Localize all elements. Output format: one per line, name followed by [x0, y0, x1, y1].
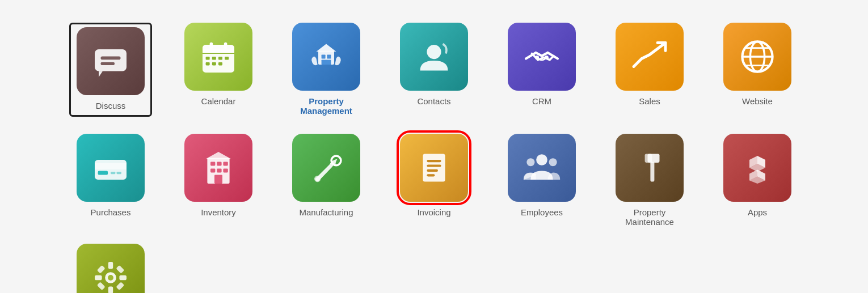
svg-rect-39 — [223, 162, 227, 166]
svg-rect-15 — [210, 43, 213, 49]
svg-rect-14 — [218, 62, 222, 66]
svg-marker-3 — [99, 71, 103, 78]
app-item-property-maintenance[interactable]: Property Maintenance — [613, 134, 686, 227]
manufacturing-icon — [292, 134, 360, 202]
svg-rect-49 — [427, 169, 438, 172]
app-item-discuss[interactable]: Discuss — [74, 23, 148, 117]
svg-point-52 — [526, 158, 534, 166]
svg-rect-67 — [95, 275, 102, 280]
contacts-label: Contacts — [417, 96, 450, 106]
discuss-label: Discuss — [96, 101, 126, 111]
discuss-icon — [77, 27, 145, 95]
property-management-icon — [292, 23, 360, 91]
property-maintenance-label: Property Maintenance — [613, 207, 686, 227]
svg-point-51 — [536, 154, 547, 165]
apps-label: Apps — [748, 207, 767, 217]
svg-rect-19 — [327, 55, 331, 59]
svg-rect-50 — [427, 174, 435, 176]
svg-rect-8 — [206, 57, 210, 60]
website-icon — [723, 23, 791, 91]
sales-label: Sales — [639, 96, 660, 106]
app-item-apps[interactable]: Apps — [720, 134, 794, 227]
property-management-label: Property Management — [289, 96, 363, 116]
app-item-property-management[interactable]: Property Management — [289, 23, 363, 117]
app-item-inventory[interactable]: Inventory — [182, 134, 255, 227]
app-grid: Discuss Calendar — [40, 0, 828, 293]
property-maintenance-icon — [616, 134, 684, 202]
svg-rect-68 — [119, 275, 127, 280]
svg-rect-20 — [322, 60, 331, 65]
app-item-calendar[interactable]: Calendar — [182, 23, 255, 117]
svg-rect-42 — [223, 168, 227, 172]
crm-icon — [508, 23, 576, 91]
svg-rect-34 — [117, 172, 121, 174]
employees-label: Employees — [521, 207, 563, 217]
svg-rect-16 — [224, 43, 227, 49]
svg-rect-70 — [116, 265, 124, 274]
app-item-sales[interactable]: Sales — [613, 23, 686, 117]
app-item-invoicing[interactable]: Invoicing — [397, 134, 471, 227]
contacts-icon — [400, 23, 468, 91]
svg-rect-13 — [212, 62, 216, 66]
svg-rect-47 — [427, 160, 441, 162]
svg-rect-40 — [210, 168, 215, 172]
svg-rect-38 — [217, 162, 221, 166]
svg-rect-72 — [116, 282, 124, 290]
svg-rect-71 — [97, 282, 106, 290]
inventory-icon — [184, 134, 252, 202]
svg-rect-56 — [645, 154, 652, 163]
svg-rect-10 — [218, 57, 222, 60]
svg-rect-41 — [217, 168, 221, 172]
svg-rect-12 — [206, 62, 210, 66]
app-item-purchases[interactable]: Purchases — [74, 134, 148, 227]
employees-icon — [508, 134, 576, 202]
svg-point-64 — [108, 275, 113, 281]
inventory-label: Inventory — [201, 207, 236, 217]
svg-rect-32 — [98, 171, 108, 175]
svg-rect-48 — [427, 164, 441, 167]
app-item-website[interactable]: Website — [720, 23, 794, 117]
svg-rect-31 — [95, 163, 127, 169]
sales-icon — [616, 23, 684, 91]
svg-rect-37 — [210, 162, 215, 166]
svg-rect-11 — [225, 57, 229, 60]
apps-icon — [723, 134, 791, 202]
svg-point-45 — [314, 176, 321, 182]
svg-rect-55 — [650, 162, 654, 182]
svg-marker-21 — [317, 44, 336, 52]
svg-rect-43 — [214, 175, 222, 184]
svg-rect-1 — [101, 57, 121, 60]
invoicing-label: Invoicing — [417, 207, 450, 217]
svg-point-53 — [549, 158, 557, 166]
app-item-crm[interactable]: CRM — [505, 23, 579, 117]
app-item-employees[interactable]: Employees — [505, 134, 579, 227]
svg-rect-46 — [423, 154, 445, 182]
svg-rect-0 — [95, 49, 127, 71]
svg-rect-66 — [108, 286, 113, 293]
settings-icon — [77, 244, 145, 293]
svg-rect-33 — [111, 172, 115, 174]
purchases-label: Purchases — [91, 207, 131, 217]
app-item-manufacturing[interactable]: Manufacturing — [289, 134, 363, 227]
purchases-icon — [77, 134, 145, 202]
svg-rect-6 — [203, 49, 234, 53]
svg-rect-65 — [108, 262, 113, 269]
website-label: Website — [742, 96, 773, 106]
svg-rect-69 — [97, 265, 106, 274]
svg-point-22 — [427, 45, 441, 59]
svg-marker-36 — [206, 152, 231, 159]
svg-rect-2 — [101, 62, 115, 65]
calendar-label: Calendar — [201, 96, 236, 106]
svg-rect-30 — [95, 160, 127, 180]
invoicing-icon — [400, 134, 468, 202]
svg-rect-9 — [212, 57, 216, 60]
app-item-settings[interactable]: Settings — [74, 244, 148, 293]
app-item-contacts[interactable]: Contacts — [397, 23, 471, 117]
crm-label: CRM — [532, 96, 551, 106]
svg-rect-18 — [322, 55, 326, 59]
manufacturing-label: Manufacturing — [299, 207, 353, 217]
calendar-icon — [184, 23, 252, 91]
